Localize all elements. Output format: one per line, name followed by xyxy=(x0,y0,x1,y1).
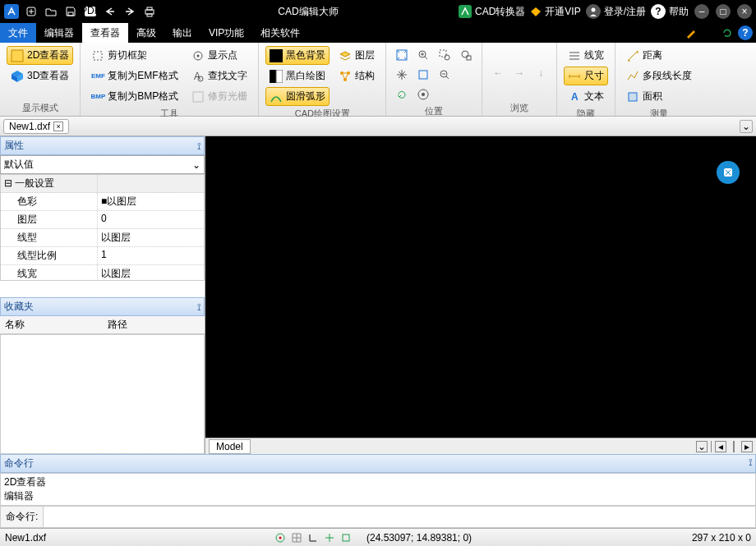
ortho-icon[interactable] xyxy=(307,532,319,544)
zoom-in-icon[interactable] xyxy=(414,46,432,64)
command-input-row: 命令行: xyxy=(0,506,756,528)
close-icon[interactable]: × xyxy=(736,3,753,20)
pin-icon[interactable]: ⟟ xyxy=(197,301,201,313)
h-scrollbar[interactable] xyxy=(733,441,735,452)
polar-icon[interactable] xyxy=(324,532,335,544)
zoom-all-icon[interactable] xyxy=(414,85,432,103)
command-log[interactable]: 2D查看器 编辑器 xyxy=(0,473,756,506)
pin-icon[interactable]: ⟟ xyxy=(749,457,752,470)
prop-row[interactable]: 色彩■以图层 xyxy=(1,193,204,211)
zoom-extents-icon[interactable] xyxy=(414,66,432,84)
pan-icon[interactable] xyxy=(393,66,411,84)
favorites-list[interactable] xyxy=(0,334,205,454)
menu-related[interactable]: 相关软件 xyxy=(252,23,308,43)
chev-down-icon[interactable]: ▾ xyxy=(702,25,717,40)
scroll-right-icon[interactable]: ▸ xyxy=(741,441,753,452)
tabs-chevron-icon[interactable]: ⌄ xyxy=(740,120,753,133)
zoom-window-icon[interactable] xyxy=(436,46,454,64)
menu-vip[interactable]: VIP功能 xyxy=(201,23,252,43)
new-icon[interactable] xyxy=(23,3,39,20)
open-icon[interactable] xyxy=(43,3,59,20)
vip-link[interactable]: 开通VIP xyxy=(530,5,580,19)
down-icon[interactable]: ↓ xyxy=(532,64,550,82)
help-icon[interactable]: ? xyxy=(738,25,753,40)
svg-text:PDF: PDF xyxy=(84,6,97,16)
bw-draw-button[interactable]: 黑白绘图 xyxy=(265,67,330,85)
snap-icon[interactable] xyxy=(274,532,286,544)
pdf-icon[interactable]: PDF xyxy=(82,3,99,20)
file-tab[interactable]: New1.dxf × xyxy=(3,119,69,134)
layer-button[interactable]: 图层 xyxy=(334,46,379,65)
polyline-length-button[interactable]: 多段线长度 xyxy=(622,67,696,85)
save-icon[interactable] xyxy=(62,3,79,20)
print-icon[interactable] xyxy=(141,3,158,20)
login-link[interactable]: 登录/注册 xyxy=(586,4,646,19)
fav-col-name[interactable]: 名称 xyxy=(0,316,103,333)
svg-rect-16 xyxy=(193,92,203,102)
fav-col-path[interactable]: 路径 xyxy=(103,316,205,333)
assistant-icon[interactable] xyxy=(717,161,740,184)
crop-frame-button[interactable]: 剪切框架 xyxy=(87,46,182,65)
copy-emf-button[interactable]: EMF复制为EMF格式 xyxy=(87,67,182,85)
ribbon-group-measure: 距离 多段线长度 面积 测量 xyxy=(615,43,703,116)
property-grid[interactable]: ⊟ 一般设置 色彩■以图层 图层0 线型以图层 线型比例1 线宽以图层 xyxy=(0,174,205,281)
prop-row[interactable]: 线宽以图层 xyxy=(1,265,204,281)
minimize-icon[interactable]: – xyxy=(694,3,710,20)
maximize-icon[interactable]: □ xyxy=(715,3,731,20)
find-text-button[interactable]: A查找文字 xyxy=(187,67,251,85)
trim-raster-button[interactable]: 修剪光栅 xyxy=(187,87,251,106)
refresh-icon[interactable] xyxy=(720,25,735,40)
menu-advanced[interactable]: 高级 xyxy=(128,23,164,43)
app-icon[interactable] xyxy=(3,3,20,20)
menu-output[interactable]: 输出 xyxy=(164,23,201,43)
menu-file[interactable]: 文件 xyxy=(0,23,36,43)
zoom-out-icon[interactable] xyxy=(436,66,454,84)
prop-row[interactable]: 线型以图层 xyxy=(1,229,204,247)
style-icon[interactable] xyxy=(684,25,698,40)
text-button[interactable]: A文本 xyxy=(564,87,608,106)
group-label: 浏览 xyxy=(489,100,550,114)
prev-icon[interactable]: ← xyxy=(489,64,507,82)
svg-rect-0 xyxy=(4,4,19,19)
help-link[interactable]: ?帮助 xyxy=(651,4,689,19)
pin-icon[interactable]: ⟟ xyxy=(197,140,201,152)
prop-row[interactable]: 线型比例1 xyxy=(1,247,204,265)
menu-viewer[interactable]: 查看器 xyxy=(82,23,128,43)
next-icon[interactable]: → xyxy=(510,64,528,82)
close-tab-icon[interactable]: × xyxy=(53,122,63,131)
osnap-icon[interactable] xyxy=(340,532,352,544)
model-tab[interactable]: Model xyxy=(209,439,251,454)
structure-button[interactable]: 结构 xyxy=(334,67,379,85)
rotate-icon[interactable] xyxy=(393,85,411,103)
cad-converter-link[interactable]: CAD转换器 xyxy=(459,5,525,19)
redo-icon[interactable] xyxy=(122,3,138,20)
svg-point-32 xyxy=(422,93,425,96)
viewer-3d-button[interactable]: 3D查看器 xyxy=(7,67,73,85)
work-area: 属性 ⟟ 默认值⌄ ⊟ 一般设置 色彩■以图层 图层0 线型以图层 线型比例1 … xyxy=(0,136,756,454)
linewidth-button[interactable]: 线宽 xyxy=(564,46,608,65)
area-button[interactable]: 面积 xyxy=(622,87,696,106)
viewer-2d-button[interactable]: 2D查看器 xyxy=(7,46,73,65)
fit-icon[interactable] xyxy=(393,46,411,64)
svg-rect-7 xyxy=(147,14,152,16)
grid-icon[interactable] xyxy=(291,532,302,544)
ribbon-group-position: 位置 xyxy=(386,43,482,116)
undo-icon[interactable] xyxy=(102,3,118,20)
distance-button[interactable]: 距离 xyxy=(622,46,696,65)
menu-editor[interactable]: 编辑器 xyxy=(36,23,82,43)
command-input[interactable] xyxy=(44,507,755,527)
svg-point-13 xyxy=(197,54,200,57)
black-bg-button[interactable]: 黑色背景 xyxy=(265,46,330,65)
properties-header: 属性 ⟟ xyxy=(0,136,205,155)
layout-chevron-icon[interactable]: ⌄ xyxy=(696,441,708,452)
zoom-region-icon[interactable] xyxy=(457,46,475,64)
object-type-combo[interactable]: 默认值⌄ xyxy=(0,155,205,174)
ribbon-group-tools: 剪切框架 EMF复制为EMF格式 BMP复制为BMP格式 显示点 A查找文字 修… xyxy=(81,43,259,116)
scroll-left-icon[interactable]: ◂ xyxy=(715,441,726,452)
prop-row[interactable]: 图层0 xyxy=(1,211,204,229)
show-point-button[interactable]: 显示点 xyxy=(187,46,251,65)
smooth-arc-button[interactable]: 圆滑弧形 xyxy=(265,87,330,106)
copy-bmp-button[interactable]: BMP复制为BMP格式 xyxy=(87,87,182,106)
dimension-button[interactable]: 尺寸 xyxy=(564,67,608,85)
drawing-canvas[interactable] xyxy=(205,136,756,438)
